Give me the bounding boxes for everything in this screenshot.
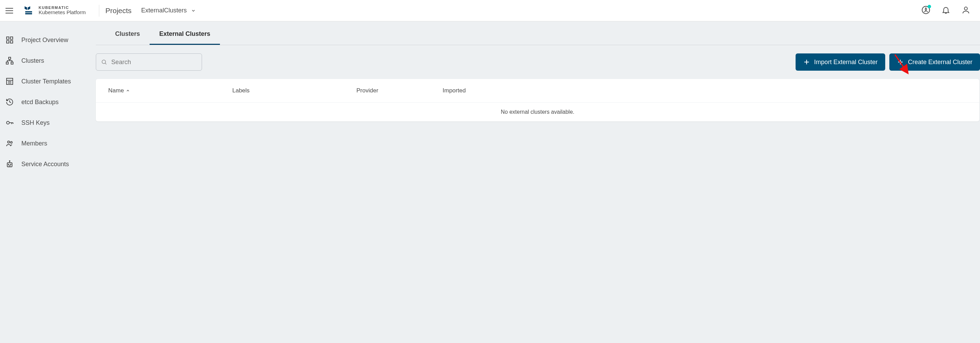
svg-point-26 bbox=[8, 164, 9, 165]
svg-rect-6 bbox=[6, 37, 9, 39]
sidebar-item-label: Project Overview bbox=[21, 37, 68, 44]
user-menu-button[interactable] bbox=[961, 6, 970, 16]
breadcrumb-projects[interactable]: Projects bbox=[105, 6, 132, 15]
sidebar-item-label: etcd Backups bbox=[21, 98, 59, 106]
column-header-labels[interactable]: Labels bbox=[232, 87, 356, 94]
svg-rect-10 bbox=[9, 57, 11, 59]
svg-point-25 bbox=[9, 160, 10, 161]
plus-icon bbox=[803, 59, 810, 65]
svg-rect-9 bbox=[10, 41, 13, 43]
svg-rect-2 bbox=[25, 11, 32, 13]
button-label: Create External Cluster bbox=[908, 59, 972, 66]
changelog-button[interactable] bbox=[921, 6, 931, 16]
logo[interactable]: KUBERMATIC Kubernetes Platform bbox=[23, 4, 86, 17]
separator bbox=[99, 5, 99, 17]
grid-icon bbox=[5, 36, 14, 44]
column-header-name[interactable]: Name bbox=[108, 87, 232, 94]
svg-marker-1 bbox=[27, 6, 30, 10]
cluster-icon bbox=[5, 57, 14, 65]
button-label: Import External Cluster bbox=[814, 59, 878, 66]
sidebar-item-members[interactable]: Members bbox=[0, 133, 96, 154]
breadcrumb-current-label: ExternalClusters bbox=[141, 7, 187, 14]
sort-asc-icon bbox=[126, 89, 130, 93]
column-header-provider[interactable]: Provider bbox=[356, 87, 442, 94]
template-icon bbox=[5, 77, 14, 86]
key-icon bbox=[5, 119, 14, 127]
sidebar-item-service-accounts[interactable]: Service Accounts bbox=[0, 154, 96, 175]
plus-icon bbox=[897, 59, 904, 65]
svg-point-17 bbox=[6, 121, 9, 124]
search-input[interactable] bbox=[111, 59, 197, 66]
tab-external-clusters[interactable]: External Clusters bbox=[150, 21, 220, 45]
breadcrumb-project-selector[interactable]: ExternalClusters bbox=[141, 7, 196, 14]
svg-point-22 bbox=[11, 142, 13, 143]
sidebar-item-cluster-templates[interactable]: Cluster Templates bbox=[0, 71, 96, 92]
user-icon bbox=[961, 6, 970, 14]
bell-icon bbox=[942, 6, 950, 14]
history-icon bbox=[5, 98, 14, 106]
breadcrumb: Projects ExternalClusters bbox=[105, 6, 196, 15]
sidebar-item-project-overview[interactable]: Project Overview bbox=[0, 30, 96, 50]
empty-state-message: No external clusters available. bbox=[96, 103, 979, 121]
notification-dot bbox=[928, 5, 931, 8]
svg-point-5 bbox=[964, 7, 967, 10]
sidebar-item-label: Cluster Templates bbox=[21, 78, 71, 85]
sidebar-item-clusters[interactable]: Clusters bbox=[0, 50, 96, 71]
svg-point-21 bbox=[8, 141, 10, 143]
external-clusters-table: Name Labels Provider Imported No externa… bbox=[96, 79, 979, 121]
tabs: Clusters External Clusters bbox=[96, 21, 980, 45]
robot-icon bbox=[5, 160, 14, 168]
svg-rect-23 bbox=[7, 163, 12, 167]
svg-rect-7 bbox=[10, 37, 13, 39]
svg-point-27 bbox=[10, 164, 11, 165]
sidebar-item-label: Members bbox=[21, 140, 47, 147]
sidebar: Project Overview Clusters Cluster Templa… bbox=[0, 21, 96, 175]
svg-rect-3 bbox=[25, 13, 32, 14]
svg-marker-0 bbox=[24, 6, 27, 10]
svg-rect-12 bbox=[11, 62, 13, 64]
tab-clusters[interactable]: Clusters bbox=[105, 21, 150, 45]
search-box[interactable] bbox=[96, 54, 202, 71]
sidebar-item-etcd-backups[interactable]: etcd Backups bbox=[0, 92, 96, 113]
sidebar-item-label: Service Accounts bbox=[21, 160, 69, 168]
members-icon bbox=[5, 139, 14, 148]
sidebar-item-label: SSH Keys bbox=[21, 119, 49, 127]
import-external-cluster-button[interactable]: Import External Cluster bbox=[795, 54, 885, 71]
search-icon bbox=[101, 59, 107, 65]
sidebar-item-ssh-keys[interactable]: SSH Keys bbox=[0, 113, 96, 133]
create-external-cluster-button[interactable]: Create External Cluster bbox=[889, 54, 980, 71]
kubermatic-logo-icon bbox=[23, 4, 35, 17]
menu-toggle[interactable] bbox=[5, 6, 14, 15]
chevron-down-icon bbox=[191, 8, 196, 13]
column-header-imported[interactable]: Imported bbox=[442, 87, 967, 94]
svg-line-30 bbox=[105, 63, 107, 65]
svg-point-29 bbox=[102, 60, 105, 64]
sidebar-item-label: Clusters bbox=[21, 57, 44, 65]
svg-rect-8 bbox=[6, 41, 9, 43]
svg-rect-11 bbox=[6, 62, 8, 64]
brand-name-bottom: Kubernetes Platform bbox=[38, 10, 86, 16]
notifications-button[interactable] bbox=[942, 6, 950, 16]
